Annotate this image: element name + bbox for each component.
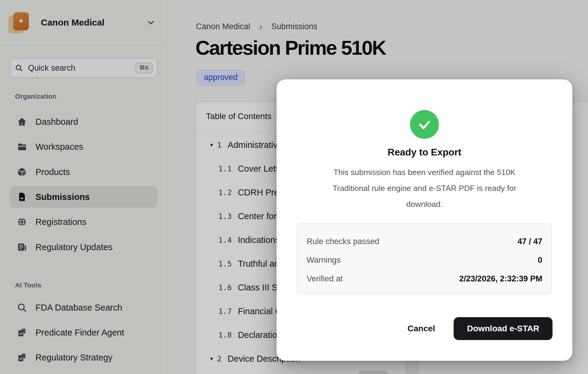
- dialog-title: Ready to Export: [277, 147, 572, 158]
- stat-label: Verified at: [307, 274, 343, 284]
- success-check-icon: [410, 110, 439, 139]
- dialog-actions: Cancel Download e-STAR: [405, 317, 553, 340]
- cancel-button[interactable]: Cancel: [405, 324, 438, 333]
- export-dialog: Ready to Export This submission has been…: [277, 79, 572, 361]
- stat-row: Rule checks passed 47 / 47: [307, 232, 542, 251]
- download-estar-button[interactable]: Download e-STAR: [454, 317, 553, 340]
- stat-value: 2/23/2026, 2:32:39 PM: [459, 274, 542, 284]
- stat-label: Warnings: [307, 256, 341, 265]
- stat-value: 0: [538, 256, 542, 265]
- stat-label: Rule checks passed: [307, 237, 379, 246]
- stat-row: Verified at 2/23/2026, 2:32:39 PM: [307, 269, 542, 288]
- stat-value: 47 / 47: [517, 237, 542, 246]
- stat-row: Warnings 0: [307, 251, 542, 269]
- verification-summary: Rule checks passed 47 / 47 Warnings 0 Ve…: [297, 223, 552, 294]
- app-window: Canon Medical ⌘K Organization Dashboard …: [0, 0, 588, 374]
- dialog-description: This submission has been verified agains…: [322, 164, 527, 212]
